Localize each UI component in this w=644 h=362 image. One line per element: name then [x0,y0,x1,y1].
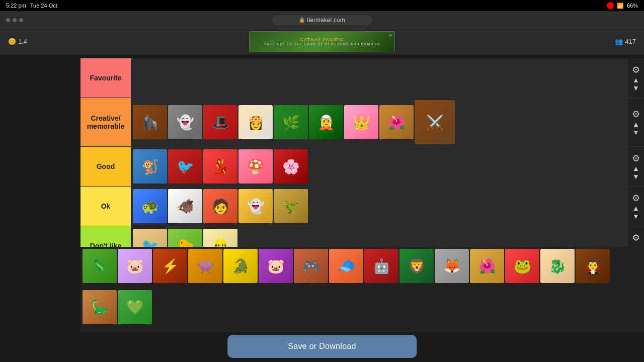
up-button-favourite[interactable]: ▲ [632,76,639,83]
browser-url-bar[interactable]: 🔒 tiermaker.com [272,15,372,25]
save-download-button[interactable]: Save or Download [227,335,417,358]
up-button-ok[interactable]: ▲ [632,205,639,212]
list-item[interactable]: ⚡ [153,249,187,283]
gear-button-ok[interactable]: ⚙ [632,193,640,204]
list-item[interactable]: 🧛 [576,249,610,283]
ad-subtext: TAKE OFF TO THE LAND OF BLOSSOMS AND BAM… [264,42,380,46]
down-button-good[interactable]: ▼ [632,173,639,180]
time-display: 5:22 pm [6,3,26,9]
list-item[interactable]: 🐷 [259,249,293,283]
list-item[interactable]: 🎮 [294,249,328,283]
status-left: 5:22 pm Tue 24 Oct [6,3,57,9]
browser-dots [6,18,23,22]
tier-items-creative[interactable]: 🦍 👻 🎩 👸 🌿 🧝 👑 🌺 ⚔️ [131,98,628,146]
tier-label-favourite: Favourite [80,58,131,98]
lock-icon: 🔒 [299,17,305,23]
dot-1 [6,18,10,22]
list-item[interactable]: 🦍 [133,105,167,139]
tier-row-favourite: Favourite ⚙ ▲ ▼ [80,58,644,98]
ad-banner: 😊 1.4 CATHAY PACIFIC TAKE OFF TO THE LAN… [0,29,644,54]
tier-label-ok: Ok [80,187,131,226]
tier-controls-favourite: ⚙ ▲ ▼ [628,58,644,98]
list-item[interactable]: 👸 [238,105,273,139]
gear-button-favourite[interactable]: ⚙ [632,64,640,75]
tier-label-good: Good [80,147,131,186]
list-item[interactable]: 🧢 [329,249,363,283]
list-item[interactable]: 🌸 [274,149,308,184]
wifi-icon: 📶 [617,3,624,9]
up-button-good[interactable]: ▲ [632,165,639,172]
tier-items-good[interactable]: 🐒 🐦 💃 🍄 🌸 [131,147,628,186]
list-item[interactable]: 🤖 [364,249,398,283]
tier-row-creative: Creative/ memorable 🦍 👻 🎩 👸 🌿 🧝 👑 🌺 ⚔️ ⚙… [80,98,644,147]
tier-label-creative: Creative/ memorable [80,98,131,146]
date-display: Tue 24 Oct [30,3,57,9]
list-item[interactable]: 🧑 [203,189,237,223]
character-pool[interactable]: 🦎 🐷 ⚡ 👾 🐊 🐷 🎮 🧢 🤖 🦁 🦊 🌺 🐸 🐉 🧛 🦕 💚 [80,247,644,332]
tier-items-favourite[interactable] [131,58,628,98]
list-item[interactable]: 👻 [168,105,202,139]
ad-text: CATHAY PACIFIC TAKE OFF TO THE LAND OF B… [264,37,380,46]
tier-controls-creative: ⚙ ▲ ▼ [628,98,644,146]
down-button-creative[interactable]: ▼ [632,129,639,136]
list-item[interactable]: 🐒 [133,149,167,184]
dot-2 [13,18,17,22]
down-button-ok[interactable]: ▼ [632,213,639,220]
save-download-wrap: Save or Download [227,335,417,358]
up-button-creative[interactable]: ▲ [632,121,639,128]
list-item[interactable]: 🐦 [168,149,202,184]
url-text: tiermaker.com [307,17,345,24]
main-content: 😊 1.4 CATHAY PACIFIC TAKE OFF TO THE LAN… [0,29,644,362]
gear-button-dontlike[interactable]: ⚙ [632,232,640,243]
ad-brand: CATHAY PACIFIC [264,37,380,42]
list-item[interactable]: 🦎 [83,249,117,283]
list-item[interactable]: 🎩 [203,105,237,139]
record-icon [607,2,614,9]
tier-row-ok: Ok 🐢 🐗 🧑 👻 🦖 ⚙ ▲ ▼ [80,187,644,226]
emoji-stat-left: 😊 [8,38,16,45]
list-item[interactable]: 🐸 [505,249,539,283]
list-item[interactable]: 🦊 [435,249,469,283]
list-item[interactable]: 👾 [188,249,222,283]
list-item[interactable]: 💚 [118,290,152,324]
list-item[interactable]: 🐗 [168,189,202,223]
left-sidebar [0,58,80,362]
status-right: 📶 66% [607,2,638,9]
list-item[interactable]: ⚔️ [415,100,455,144]
list-item[interactable]: 🌺 [470,249,504,283]
stat-left-value: 1.4 [18,38,27,45]
list-item[interactable]: 🍄 [238,149,273,184]
tier-row-good: Good 🐒 🐦 💃 🍄 🌸 ⚙ ▲ ▼ [80,147,644,187]
list-item[interactable]: 🦁 [399,249,434,283]
tier-items-ok[interactable]: 🐢 🐗 🧑 👻 🦖 [131,187,628,226]
list-item[interactable]: 🧝 [309,105,343,139]
browser-chrome: 🔒 tiermaker.com [0,11,644,29]
list-item[interactable]: 🌿 [274,105,308,139]
status-bar: 5:22 pm Tue 24 Oct 📶 66% [0,0,644,11]
ad-close-button[interactable]: ✕ [388,33,392,38]
list-item[interactable]: 🐊 [223,249,258,283]
ad-left-stat: 😊 1.4 [8,38,27,45]
list-item[interactable]: 🐢 [133,189,167,223]
list-item[interactable]: 👑 [344,105,378,139]
down-button-favourite[interactable]: ▼ [632,84,639,92]
list-item[interactable]: 🐉 [540,249,575,283]
list-item[interactable]: 🦖 [274,189,308,223]
stat-right-value: 417 [625,38,636,45]
list-item[interactable]: 👻 [238,189,273,223]
tier-controls-ok: ⚙ ▲ ▼ [628,187,644,226]
gear-button-creative[interactable]: ⚙ [632,109,640,120]
gear-button-good[interactable]: ⚙ [632,153,640,164]
list-item[interactable]: 🦕 [83,290,117,324]
tier-controls-good: ⚙ ▲ ▼ [628,147,644,186]
ad-content[interactable]: CATHAY PACIFIC TAKE OFF TO THE LAND OF B… [249,31,395,52]
list-item[interactable]: 💃 [203,149,237,184]
battery-display: 66% [627,3,638,9]
dot-3 [19,18,23,22]
list-item[interactable]: 🌺 [379,105,414,139]
emoji-stat-right: 👥 [615,38,623,45]
list-item[interactable]: 🐷 [118,249,152,283]
ad-right-stat: 👥 417 [615,38,636,45]
